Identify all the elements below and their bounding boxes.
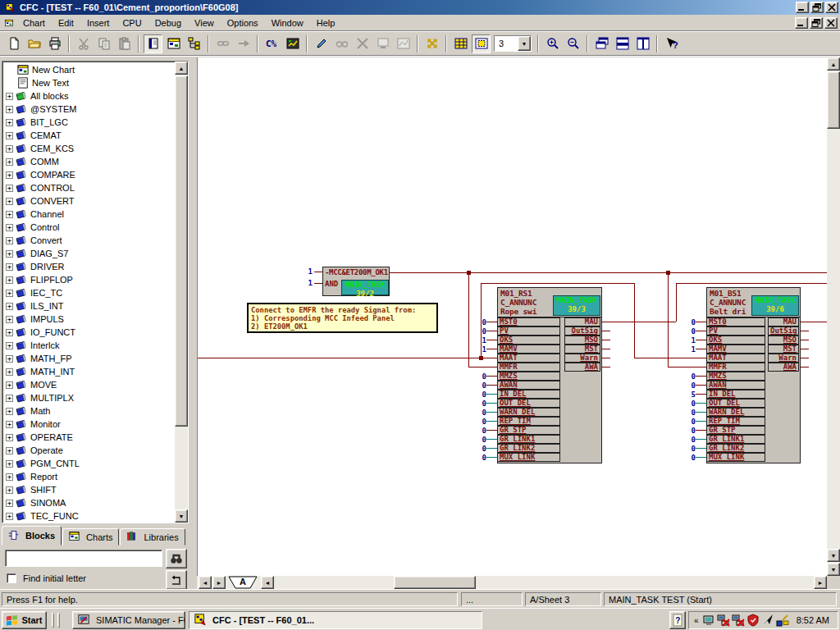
- menu-debug[interactable]: Debug: [148, 16, 188, 30]
- child-close-button[interactable]: [824, 17, 838, 29]
- find-initial-letter-checkbox[interactable]: [7, 573, 16, 583]
- port-awan[interactable]: AWAN: [497, 381, 560, 390]
- port-gr_link2[interactable]: GR_LINK2: [497, 444, 560, 453]
- tree-expander-icon[interactable]: +: [6, 145, 13, 153]
- tree-expander-icon[interactable]: +: [6, 421, 13, 428]
- tree-scrollbar[interactable]: ▲ ▼: [175, 62, 188, 523]
- port-mmfr[interactable]: MMFR: [497, 363, 560, 372]
- tree-expander-icon[interactable]: +: [6, 185, 13, 192]
- tree-item-report[interactable]: +Report: [2, 470, 175, 483]
- canvas-scroll-up[interactable]: ▲: [827, 57, 840, 71]
- tree-item-shift[interactable]: +SHIFT: [2, 483, 175, 496]
- port-mamv[interactable]: MAMV: [497, 345, 560, 354]
- tree-item-compare[interactable]: +COMPARE: [2, 168, 175, 181]
- port-mso[interactable]: MSO: [564, 336, 600, 345]
- tree-item-bit-lgc[interactable]: +BIT_LGC: [2, 116, 175, 129]
- zoom-out-button[interactable]: [564, 34, 582, 53]
- tree-scroll-down[interactable]: ▼: [175, 509, 188, 523]
- tree-item-comm[interactable]: +COMM: [2, 155, 175, 168]
- port-out_del[interactable]: OUT_DEL: [497, 399, 560, 408]
- tree-expander-icon[interactable]: +: [6, 158, 13, 166]
- child-minimize-button[interactable]: [795, 17, 808, 29]
- menu-help[interactable]: Help: [310, 16, 342, 30]
- tree-item-cemat[interactable]: +CEMAT: [2, 129, 175, 142]
- tree-expander-icon[interactable]: +: [6, 473, 13, 481]
- tree-expander-icon[interactable]: +: [6, 447, 13, 454]
- tree-item-impuls[interactable]: +IMPULS: [2, 313, 175, 326]
- sheet-prev-button[interactable]: ◄: [199, 576, 212, 589]
- catalog-button[interactable]: [144, 34, 162, 53]
- chart-comment-note[interactable]: Connect to EMFR the ready Signal from:1)…: [247, 303, 438, 333]
- tray-chevron-icon[interactable]: «: [694, 616, 699, 625]
- tree-item-operate[interactable]: +Operate: [2, 444, 175, 457]
- port-warn[interactable]: Warn: [768, 354, 799, 363]
- menu-cpu[interactable]: CPU: [116, 16, 148, 30]
- port-maat[interactable]: MAAT: [706, 354, 765, 363]
- tree-item-sinoma[interactable]: +SINOMA: [2, 496, 175, 509]
- tree-item-diag-s7[interactable]: +DIAG_S7: [2, 247, 175, 260]
- open-button[interactable]: [25, 34, 43, 53]
- tree-expander-icon[interactable]: +: [6, 500, 13, 507]
- port-mmfr[interactable]: MMFR: [706, 363, 765, 372]
- cascade-windows-button[interactable]: [592, 34, 611, 53]
- tray-sim-icon[interactable]: [776, 614, 789, 627]
- tree-expander-icon[interactable]: +: [6, 486, 13, 494]
- port-mau[interactable]: MAU: [564, 317, 600, 326]
- tree-expander-icon[interactable]: +: [6, 224, 13, 231]
- child-restore-button[interactable]: [810, 17, 823, 29]
- menu-options[interactable]: Options: [221, 16, 265, 30]
- and-block-header[interactable]: -MCC&ET200M_OK1: [322, 267, 390, 279]
- goto-button[interactable]: C%: [262, 34, 281, 53]
- chart-hierarchy-button[interactable]: [185, 34, 203, 53]
- overview-button[interactable]: [472, 34, 491, 53]
- tree-item-pgm-cntl[interactable]: +PGM_CNTL: [2, 457, 175, 470]
- port-mst[interactable]: MST: [768, 345, 799, 354]
- port-gr_link1[interactable]: GR_LINK1: [706, 435, 765, 444]
- port-pv[interactable]: PV: [706, 326, 765, 336]
- tree-expander-icon[interactable]: +: [6, 381, 13, 389]
- tree-item-math[interactable]: +Math: [2, 404, 175, 418]
- port-outsig[interactable]: OutSig: [768, 326, 799, 336]
- hscroll-left-button[interactable]: ◄: [261, 576, 274, 589]
- tree-expander-icon[interactable]: +: [6, 211, 13, 218]
- find-input[interactable]: [5, 550, 162, 567]
- tree-expander-icon[interactable]: +: [6, 106, 13, 113]
- jump-to-found-button[interactable]: [166, 570, 187, 590]
- start-button[interactable]: Start: [2, 611, 47, 629]
- tree-expander-icon[interactable]: +: [6, 303, 13, 310]
- find-button[interactable]: [166, 549, 187, 568]
- tree-expander-icon[interactable]: +: [6, 316, 13, 323]
- tree-item-iec-tc[interactable]: +IEC_TC: [2, 286, 175, 299]
- restore-button[interactable]: [810, 2, 824, 13]
- tray-pointer-icon[interactable]: [761, 614, 774, 627]
- tree-item-io-funct[interactable]: +IO_FUNCT: [2, 326, 175, 339]
- test-mode-button[interactable]: [283, 34, 302, 53]
- tray-computer-icon[interactable]: [702, 614, 715, 627]
- tab-blocks[interactable]: Blocks: [2, 526, 62, 546]
- canvas-vscroll-thumb[interactable]: [827, 71, 840, 129]
- tree-scroll-thumb[interactable]: [175, 75, 188, 427]
- port-in_del[interactable]: IN_DEL: [706, 390, 765, 399]
- tree-expander-icon[interactable]: +: [6, 276, 13, 284]
- port-awa[interactable]: AWA: [768, 363, 799, 372]
- tree-expander-icon[interactable]: +: [6, 460, 13, 468]
- port-awan[interactable]: AWAN: [706, 381, 765, 390]
- port-oks[interactable]: OKS: [497, 336, 560, 345]
- tree-expander-icon[interactable]: +: [6, 171, 13, 179]
- title-bar[interactable]: CFC - [TEST -- F60_01\Cement_proportion\…: [0, 0, 840, 15]
- tree-item-monitor[interactable]: +Monitor: [2, 418, 175, 431]
- tree-item-interlck[interactable]: +Interlck: [2, 339, 175, 352]
- menu-chart[interactable]: Chart: [16, 16, 52, 30]
- zoom-in-button[interactable]: [543, 34, 562, 53]
- port-mst[interactable]: MST: [564, 345, 600, 354]
- tile-horizontal-button[interactable]: [613, 34, 632, 53]
- tray-netx-icon[interactable]: [732, 614, 745, 627]
- port-gr_stp[interactable]: GR_STP: [706, 426, 765, 435]
- new-chart-button[interactable]: [4, 34, 23, 53]
- run-sequence-button[interactable]: [422, 34, 441, 53]
- tree-expander-icon[interactable]: +: [6, 368, 13, 376]
- port-mst0[interactable]: MST0: [497, 317, 560, 326]
- tree-expander-icon[interactable]: +: [6, 119, 13, 126]
- task-button-1[interactable]: SIMATIC Manager - F60...: [72, 611, 185, 629]
- tree-expander-icon[interactable]: +: [6, 237, 13, 244]
